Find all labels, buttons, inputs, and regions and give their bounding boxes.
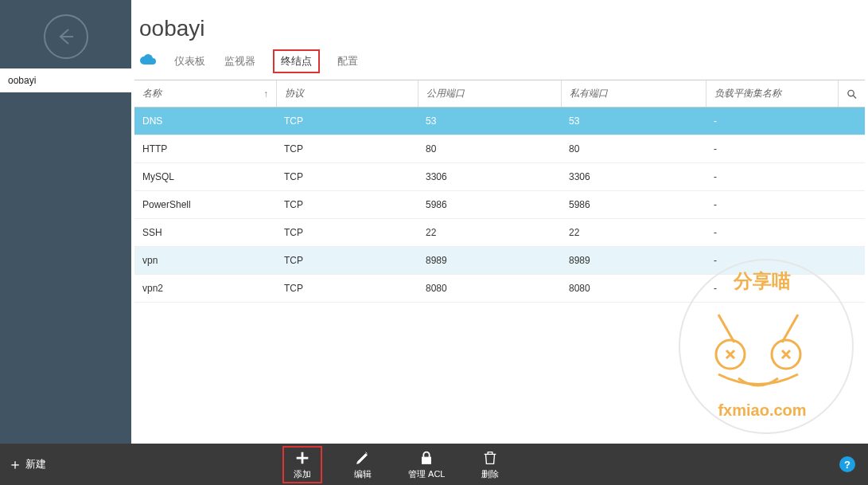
- edit-button[interactable]: 编辑: [349, 446, 376, 483]
- cell-private_port: 5986: [561, 191, 706, 218]
- endpoints-table: 名称↑ 协议 公用端口 私有端口 负载平衡集名称 DNSTCP5353-HTTP…: [134, 80, 865, 303]
- tab-configure[interactable]: 配置: [336, 49, 360, 73]
- cat-icon: [671, 299, 846, 394]
- th-protocol[interactable]: 协议: [276, 80, 418, 107]
- cell-private_port: 22: [561, 219, 706, 246]
- search-icon: [847, 88, 857, 100]
- table-row[interactable]: vpnTCP89898989-: [134, 247, 865, 275]
- plus-icon: [294, 449, 311, 467]
- main-panel: oobayi 仪表板 监视器 终结点 配置 名称↑ 协议 公用端口 私有端口 负…: [131, 0, 868, 444]
- cell-name: MySQL: [134, 163, 276, 190]
- cell-name: HTTP: [134, 135, 276, 162]
- cell-name: PowerShell: [134, 191, 276, 218]
- cell-lb: -: [706, 275, 865, 302]
- bottom-bar: ＋ 新建 添加 编辑 管理 ACL 删除 ?: [0, 444, 868, 485]
- cell-public_port: 8989: [418, 247, 561, 274]
- cell-private_port: 80: [561, 135, 706, 162]
- cell-lb: -: [706, 163, 865, 190]
- cloud-icon: [139, 53, 157, 69]
- table-header: 名称↑ 协议 公用端口 私有端口 负载平衡集名称: [134, 80, 865, 108]
- lock-icon: [418, 449, 435, 467]
- new-button[interactable]: ＋ 新建: [0, 455, 282, 474]
- cell-public_port: 53: [418, 108, 561, 135]
- cell-name: vpn2: [134, 275, 276, 302]
- cell-public_port: 8080: [418, 275, 561, 302]
- tab-endpoints[interactable]: 终结点: [273, 49, 320, 73]
- cell-private_port: 8080: [561, 275, 706, 302]
- manage-acl-button[interactable]: 管理 ACL: [403, 446, 450, 483]
- add-button[interactable]: 添加: [282, 446, 322, 483]
- cell-lb: -: [706, 108, 865, 135]
- cell-protocol: TCP: [276, 108, 418, 135]
- cell-lb: -: [706, 219, 865, 246]
- cell-public_port: 80: [418, 135, 561, 162]
- arrow-left-icon: [54, 25, 78, 49]
- table-row[interactable]: SSHTCP2222-: [134, 219, 865, 247]
- th-private-port[interactable]: 私有端口: [561, 80, 706, 107]
- cell-private_port: 8989: [561, 247, 706, 274]
- sidebar-item-vm[interactable]: oobayi: [0, 68, 131, 92]
- svg-rect-4: [422, 457, 431, 463]
- cell-lb: -: [706, 135, 865, 162]
- cell-public_port: 5986: [418, 191, 561, 218]
- sort-asc-icon: ↑: [263, 88, 268, 100]
- cell-protocol: TCP: [276, 275, 418, 302]
- cell-private_port: 3306: [561, 163, 706, 190]
- sidebar: oobayi: [0, 0, 131, 444]
- table-row[interactable]: HTTPTCP8080-: [134, 135, 865, 163]
- tab-dashboard[interactable]: 仪表板: [173, 49, 207, 73]
- cell-protocol: TCP: [276, 219, 418, 246]
- table-row[interactable]: MySQLTCP33063306-: [134, 163, 865, 191]
- cell-protocol: TCP: [276, 135, 418, 162]
- cell-protocol: TCP: [276, 247, 418, 274]
- cell-lb: -: [706, 247, 865, 274]
- th-public-port[interactable]: 公用端口: [418, 80, 561, 107]
- cell-name: DNS: [134, 108, 276, 135]
- svg-line-1: [853, 95, 856, 98]
- delete-button[interactable]: 删除: [477, 446, 504, 483]
- th-name[interactable]: 名称↑: [134, 80, 276, 107]
- svg-point-2: [716, 340, 745, 369]
- cell-name: SSH: [134, 219, 276, 246]
- svg-point-3: [772, 340, 800, 369]
- table-row[interactable]: vpn2TCP80808080-: [134, 275, 865, 303]
- pencil-icon: [354, 449, 372, 467]
- cell-private_port: 53: [561, 108, 706, 135]
- cell-protocol: TCP: [276, 191, 418, 218]
- cell-public_port: 3306: [418, 163, 561, 190]
- table-row[interactable]: PowerShellTCP59865986-: [134, 191, 865, 219]
- help-button[interactable]: ?: [839, 456, 855, 472]
- svg-point-0: [848, 90, 854, 96]
- th-lb-set[interactable]: 负载平衡集名称: [706, 80, 838, 107]
- table-row[interactable]: DNSTCP5353-: [134, 108, 865, 135]
- cell-public_port: 22: [418, 219, 561, 246]
- tab-monitor[interactable]: 监视器: [223, 49, 257, 73]
- back-button[interactable]: [44, 14, 88, 59]
- cell-protocol: TCP: [276, 163, 418, 190]
- tabs: 仪表板 监视器 终结点 配置: [131, 49, 868, 73]
- page-title: oobayi: [131, 10, 868, 49]
- cell-name: vpn: [134, 247, 276, 274]
- trash-icon: [481, 449, 499, 467]
- cell-lb: -: [706, 191, 865, 218]
- th-search[interactable]: [838, 80, 865, 107]
